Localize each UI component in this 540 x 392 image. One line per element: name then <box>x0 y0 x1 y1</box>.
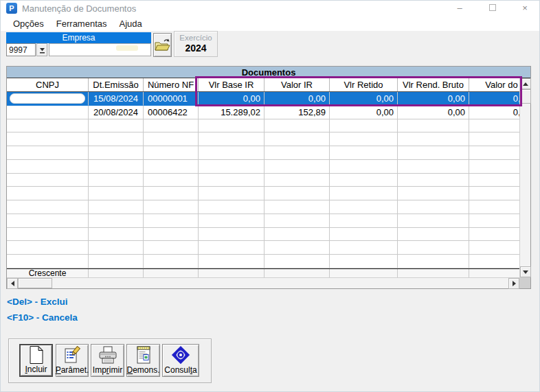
empresa-dropdown-button[interactable] <box>36 43 47 56</box>
vertical-scrollbar[interactable] <box>519 78 530 277</box>
menu-bar: Opções Ferramentas Ajuda <box>1 16 539 31</box>
maximize-icon <box>489 4 496 11</box>
empty-table-row[interactable] <box>7 187 519 200</box>
title-bar: P Manutenção de Documentos – × <box>1 1 539 16</box>
cell-dt-emissao: 20/08/2024 <box>89 106 144 119</box>
cell-vlr-base-ir: 15.289,02 <box>199 106 265 119</box>
cell-valor-do: 0,00 <box>469 92 519 106</box>
left-arrow-icon <box>11 281 14 286</box>
cell-valor-do: 0,00 <box>469 106 519 119</box>
right-arrow-icon <box>513 281 516 286</box>
empresa-name-redaction <box>116 45 138 51</box>
column-header-numero-nf[interactable]: Número NF <box>144 78 199 91</box>
column-header-vlr-base-ir[interactable]: Vlr Base IR <box>199 78 265 91</box>
cell-numero-nf: 00000001 <box>144 92 199 106</box>
cell-cnpj <box>7 106 89 119</box>
demonstrativo-button[interactable]: Demons. <box>126 344 160 377</box>
table-row[interactable]: 20/08/2024 00006422 15.289,02 152,89 0,0… <box>7 106 519 119</box>
column-header-vlr-rend-bruto[interactable]: Vlr Rend. Bruto <box>398 78 469 91</box>
close-button[interactable]: × <box>515 1 535 16</box>
query-icon <box>163 345 199 365</box>
cell-vlr-retido: 0,00 <box>330 106 398 119</box>
cell-valor-ir: 152,89 <box>265 106 330 119</box>
exercicio-value: 2024 <box>175 43 217 54</box>
consulta-button[interactable]: Consulta <box>162 344 199 377</box>
empty-table-row[interactable] <box>7 174 519 187</box>
empty-table-row[interactable] <box>7 160 519 174</box>
scrollbar-corner <box>519 278 530 288</box>
cell-dt-emissao: 15/08/2024 <box>89 92 144 106</box>
cell-vlr-rend-bruto: 0,00 <box>398 106 469 119</box>
cell-valor-ir: 0,00 <box>265 92 330 106</box>
incluir-button[interactable]: Incluir <box>19 344 53 377</box>
empty-table-row[interactable] <box>7 146 519 160</box>
up-arrow-icon <box>523 82 528 86</box>
app-icon: P <box>6 3 17 14</box>
grid-title: Documentos <box>7 67 530 78</box>
hint-f10-cancela: <F10> - Cancela <box>7 312 78 323</box>
column-header-vlr-retido[interactable]: Vlr Retido <box>330 78 398 91</box>
grid-viewport: CNPJ Dt.Emissão Número NF Vlr Base IR Va… <box>7 78 519 277</box>
empresa-name-input[interactable] <box>49 43 151 56</box>
empresa-code-input[interactable]: 9997 <box>6 43 36 56</box>
dropdown-arrow-icon <box>39 47 45 54</box>
app-window: P Manutenção de Documentos – × Opções Fe… <box>0 0 540 392</box>
column-header-valor-do[interactable]: Valor do <box>469 78 519 91</box>
column-header-cnpj[interactable]: CNPJ <box>7 78 89 91</box>
empty-table-row[interactable] <box>7 200 519 214</box>
column-header-dt-emissao[interactable]: Dt.Emissão <box>89 78 144 91</box>
consulta-label: Consulta <box>164 365 196 375</box>
empty-table-row[interactable] <box>7 255 519 268</box>
empty-table-row[interactable] <box>7 241 519 255</box>
action-toolbar: Incluir Parâmet. <box>8 338 212 383</box>
cnpj-redaction <box>10 93 85 104</box>
exercicio-group: Exercício 2024 <box>174 31 218 57</box>
new-document-icon <box>21 345 52 365</box>
window-title: Manutenção de Documentos <box>22 3 136 14</box>
menu-ajuda[interactable]: Ajuda <box>113 17 148 30</box>
table-row-selected[interactable]: 15/08/2024 00000001 0,00 0,00 0,00 0,00 … <box>7 92 519 106</box>
cell-vlr-rend-bruto: 0,00 <box>398 92 469 106</box>
grid-footer-row: Crescente <box>7 268 519 277</box>
minimize-button[interactable]: – <box>449 1 470 16</box>
horizontal-scroll-track[interactable] <box>52 278 508 288</box>
empty-table-row[interactable] <box>7 228 519 242</box>
documents-grid: Documentos CNPJ Dt.Emissão Número NF Vlr… <box>6 66 531 289</box>
empty-table-row[interactable] <box>7 214 519 228</box>
maximize-button[interactable] <box>482 1 503 16</box>
sort-order-label: Crescente <box>7 269 89 277</box>
demonstrativo-label: Demons. <box>126 365 159 375</box>
scroll-right-button[interactable] <box>508 278 519 289</box>
vertical-scroll-thumb[interactable] <box>520 89 531 104</box>
down-arrow-icon <box>523 270 528 274</box>
empresa-header: Empresa <box>6 32 151 43</box>
imprimir-button[interactable]: Imprimir <box>91 344 124 377</box>
hint-del-exclui: <Del> - Exclui <box>7 297 68 307</box>
parameters-icon <box>56 345 88 365</box>
cell-numero-nf: 00006422 <box>144 106 199 119</box>
cell-vlr-retido: 0,00 <box>330 92 398 106</box>
scroll-left-button[interactable] <box>7 278 18 289</box>
scroll-up-button[interactable] <box>520 78 531 89</box>
scroll-down-button[interactable] <box>520 266 531 277</box>
open-folder-icon <box>155 38 170 51</box>
cell-vlr-base-ir: 0,00 <box>199 92 265 106</box>
parametros-label: Parâmet. <box>56 365 89 375</box>
empty-table-row[interactable] <box>7 132 519 146</box>
report-icon <box>127 345 159 365</box>
empty-table-row[interactable] <box>7 119 519 133</box>
menu-opcoes[interactable]: Opções <box>7 17 50 30</box>
imprimir-label: Imprimir <box>93 365 122 375</box>
incluir-label: Incluir <box>25 365 47 374</box>
horizontal-scrollbar[interactable] <box>7 277 530 288</box>
grid-header-row: CNPJ Dt.Emissão Número NF Vlr Base IR Va… <box>7 78 519 92</box>
horizontal-scroll-thumb[interactable] <box>18 278 52 288</box>
parametros-button[interactable]: Parâmet. <box>56 344 89 377</box>
cell-cnpj <box>7 92 89 106</box>
menu-ferramentas[interactable]: Ferramentas <box>50 17 113 30</box>
exercicio-label: Exercício <box>175 34 217 42</box>
open-company-button[interactable] <box>153 33 172 57</box>
printer-icon <box>91 345 124 365</box>
column-header-valor-ir[interactable]: Valor IR <box>265 78 330 91</box>
